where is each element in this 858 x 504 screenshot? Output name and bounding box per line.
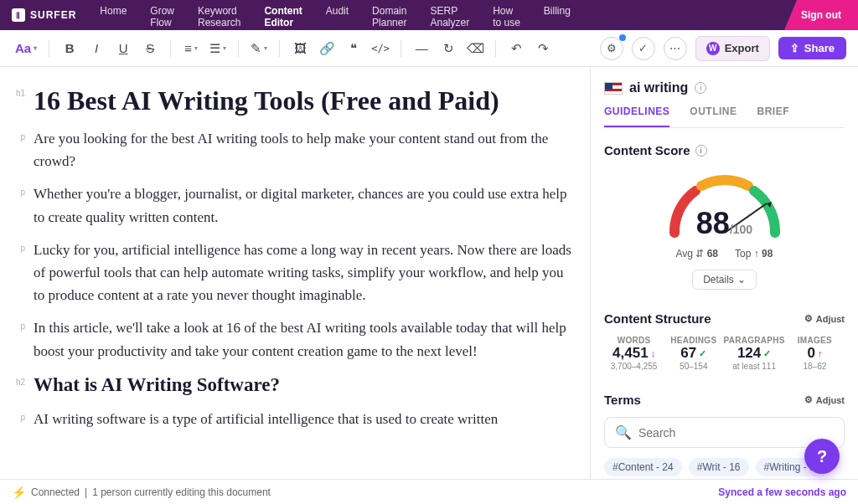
- check-icon[interactable]: ✓: [632, 37, 655, 60]
- terms-search-input[interactable]: [638, 426, 834, 440]
- image-button[interactable]: 🖼: [288, 37, 312, 60]
- share-button[interactable]: ⇪ Share: [778, 37, 846, 59]
- nav-home[interactable]: Home: [88, 0, 138, 30]
- sync-status: Synced a few seconds ago: [718, 486, 846, 498]
- info-icon[interactable]: i: [695, 82, 706, 94]
- editor-area[interactable]: h116 Best AI Writing Tools (Free and Pai…: [0, 67, 590, 479]
- adjust-structure-button[interactable]: ⚙Adjust: [804, 313, 845, 324]
- italic-button[interactable]: I: [85, 37, 108, 60]
- terms-label: Terms: [604, 393, 641, 407]
- nav-content-editor[interactable]: ContentEditor: [252, 0, 313, 30]
- block-p[interactable]: Are you looking for the best AI writing …: [34, 127, 573, 172]
- block-h2[interactable]: What is AI Writing Software?: [34, 373, 280, 398]
- nav-billing[interactable]: Billing: [532, 0, 582, 30]
- info-icon[interactable]: i: [695, 145, 707, 157]
- clear-format-button[interactable]: ⌫: [463, 37, 487, 60]
- nav-grow-flow[interactable]: GrowFlow: [138, 0, 186, 30]
- tab-brief[interactable]: BRIEF: [757, 105, 790, 127]
- redo-button[interactable]: ↷: [531, 37, 555, 60]
- nav-keyword-research[interactable]: KeywordResearch: [186, 0, 252, 30]
- block-p[interactable]: Whether you're a blogger, journalist, or…: [34, 183, 573, 228]
- nav-domain-planner[interactable]: DomainPlanner: [360, 0, 418, 30]
- connected-icon: ⚡: [12, 486, 26, 499]
- tab-guidelines[interactable]: GUIDELINES: [604, 105, 669, 127]
- refresh-button[interactable]: ↻: [437, 37, 460, 60]
- block-tag: p: [8, 127, 25, 172]
- block-p[interactable]: Lucky for you, artificial intelligence h…: [34, 239, 573, 307]
- metric-words: WORDS4,451 ↓3,700–4,255: [604, 336, 664, 371]
- highlight-button[interactable]: ✎: [247, 37, 271, 60]
- score-gauge: 88/100: [658, 166, 792, 241]
- block-tag: p: [8, 183, 25, 228]
- undo-button[interactable]: ↶: [504, 37, 528, 60]
- metric-paragraphs: PARAGRAPHS124 ✓at least 111: [723, 336, 784, 371]
- bold-button[interactable]: B: [58, 37, 81, 60]
- content-score-label: Content Score: [604, 143, 690, 157]
- adjust-terms-button[interactable]: ⚙Adjust: [804, 394, 845, 405]
- brand-text: SURFER: [30, 9, 76, 21]
- editing-status: 1 person currently editing this document: [92, 486, 271, 498]
- wordpress-icon: W: [706, 42, 720, 55]
- export-button[interactable]: W Export: [695, 36, 770, 61]
- metric-images: IMAGES0 ↑18–62: [785, 336, 845, 371]
- strike-button[interactable]: S: [138, 37, 162, 60]
- block-tag: p: [8, 316, 25, 362]
- block-p[interactable]: In this article, we'll take a look at 16…: [34, 316, 573, 362]
- brand-logo[interactable]: ⫴ SURFER: [0, 0, 88, 30]
- help-fab[interactable]: ?: [804, 439, 840, 474]
- details-toggle[interactable]: Details⌄: [692, 270, 757, 290]
- block-tag: p: [8, 239, 25, 307]
- notification-dot: [619, 34, 626, 41]
- score-value: 88: [696, 206, 730, 240]
- signout-button[interactable]: Sign out: [784, 0, 858, 30]
- align-button[interactable]: ≡: [179, 37, 203, 60]
- list-button[interactable]: ☰: [206, 37, 230, 60]
- more-icon[interactable]: ⋯: [664, 37, 687, 60]
- code-button[interactable]: </>: [369, 37, 392, 60]
- underline-button[interactable]: U: [111, 37, 135, 60]
- nav-audit[interactable]: Audit: [314, 0, 360, 30]
- share-icon: ⇪: [790, 42, 799, 54]
- term-chip[interactable]: #Content - 24: [604, 458, 682, 476]
- block-tag: p: [8, 408, 25, 430]
- keyword-title: ai writing: [629, 80, 688, 95]
- block-h1[interactable]: 16 Best AI Writing Tools (Free and Paid): [34, 84, 499, 117]
- block-p[interactable]: AI writing software is a type of artific…: [34, 408, 498, 430]
- metric-headings: HEADINGS67 ✓50–154: [664, 336, 723, 371]
- connected-label: Connected: [31, 486, 80, 498]
- structure-label: Content Structure: [604, 311, 711, 326]
- us-flag-icon: [604, 82, 623, 95]
- nav-serp-analyzer[interactable]: SERPAnalyzer: [418, 0, 481, 30]
- link-button[interactable]: 🔗: [315, 37, 339, 60]
- quote-button[interactable]: ❝: [342, 37, 365, 60]
- block-tag: h1: [8, 84, 25, 117]
- font-family-select[interactable]: Aa: [12, 37, 40, 60]
- block-tag: h2: [8, 373, 25, 398]
- search-icon: 🔍: [615, 424, 632, 440]
- hr-button[interactable]: —: [410, 37, 433, 60]
- term-chip[interactable]: #Writ - 16: [689, 458, 749, 476]
- tab-outline[interactable]: OUTLINE: [690, 105, 737, 127]
- nav-how-to-use[interactable]: Howto use: [481, 0, 532, 30]
